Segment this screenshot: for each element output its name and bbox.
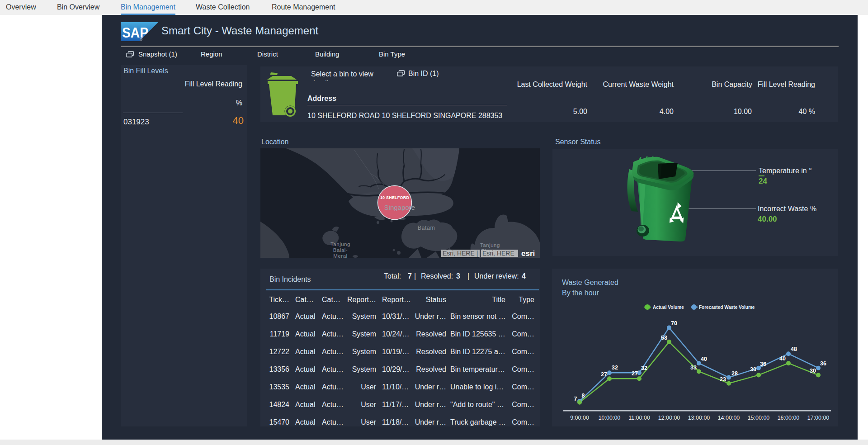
svg-text:7: 7 xyxy=(574,396,577,402)
svg-text:Esri, HERE: Esri, HERE xyxy=(482,250,514,257)
svg-text:Tanjung: Tanjung xyxy=(480,242,500,248)
svg-text:Actual Volume: Actual Volume xyxy=(653,305,684,310)
svg-text:16:00:00: 16:00:00 xyxy=(778,415,800,421)
svg-text:9:00:00: 9:00:00 xyxy=(570,415,589,421)
svg-text:48: 48 xyxy=(791,346,797,352)
svg-text:70: 70 xyxy=(671,320,677,327)
svg-text:13:00:00: 13:00:00 xyxy=(688,415,710,421)
svg-text:8: 8 xyxy=(582,393,585,399)
svg-text:Meral: Meral xyxy=(333,253,347,258)
svg-text:esri: esri xyxy=(521,249,535,258)
svg-text:28: 28 xyxy=(731,370,738,377)
svg-text:17:00:00: 17:00:00 xyxy=(807,415,830,421)
svg-text:Batam: Batam xyxy=(418,225,435,231)
svg-text:Waste Generated: Waste Generated xyxy=(562,279,618,286)
svg-text:27: 27 xyxy=(632,370,638,377)
svg-text:27: 27 xyxy=(601,371,607,378)
svg-text:40: 40 xyxy=(779,355,786,362)
svg-text:Esri, HERE |: Esri, HERE | xyxy=(443,250,478,257)
svg-text:36: 36 xyxy=(820,360,826,367)
svg-text:40: 40 xyxy=(701,356,707,362)
svg-text:Singapore: Singapore xyxy=(384,204,415,211)
svg-text:Forecasted Waste Volume: Forecasted Waste Volume xyxy=(699,305,755,310)
svg-text:32: 32 xyxy=(641,365,647,371)
svg-text:36: 36 xyxy=(760,361,766,367)
svg-text:32: 32 xyxy=(612,365,618,371)
svg-text:58: 58 xyxy=(661,335,667,341)
svg-text:15:00:00: 15:00:00 xyxy=(748,415,770,421)
svg-text:12:00:00: 12:00:00 xyxy=(658,415,680,421)
svg-text:11:00:00: 11:00:00 xyxy=(628,415,650,421)
svg-text:30: 30 xyxy=(750,366,756,373)
svg-text:33: 33 xyxy=(690,365,697,371)
svg-text:14:00:00: 14:00:00 xyxy=(718,415,740,421)
svg-text:30: 30 xyxy=(810,368,816,374)
svg-text:Balai-: Balai- xyxy=(333,247,348,253)
svg-text:23: 23 xyxy=(720,376,726,383)
svg-text:10 SHELFORD: 10 SHELFORD xyxy=(380,195,410,200)
svg-text:10:00:00: 10:00:00 xyxy=(599,415,621,421)
svg-text:SAP: SAP xyxy=(122,25,148,41)
svg-text:Tanjung: Tanjung xyxy=(330,241,350,247)
svg-text:By the hour: By the hour xyxy=(562,289,599,297)
